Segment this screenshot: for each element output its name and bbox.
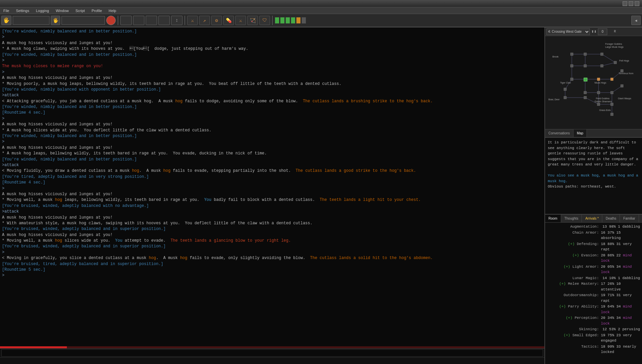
menu-logging[interactable]: Logging xyxy=(34,9,51,13)
action-btn-2[interactable] xyxy=(133,16,144,25)
svg-text:Goblin Shamans: Goblin Shamans xyxy=(595,100,612,103)
stat-value: 14 10% 1 dabbling xyxy=(601,275,640,281)
stats-tabs: Room Thoughts Arrivals * Deaths Familiar xyxy=(545,215,642,223)
game-line: A musk hog hisses viciously and lunges a… xyxy=(2,145,542,151)
stat-label: Tactics: xyxy=(547,344,599,355)
game-line: * With amateurish style, a musk hog claw… xyxy=(2,221,542,226)
game-line: > xyxy=(2,58,542,64)
menu-help[interactable]: Help xyxy=(107,9,118,13)
hand-left-icon[interactable]: 🖐 xyxy=(1,16,11,25)
action-btn-5[interactable]: ↕ xyxy=(171,16,182,25)
svg-rect-42 xyxy=(597,91,600,94)
game-line: [You're bruised, winded, adeptly balance… xyxy=(2,226,542,232)
game-line: [You're winded, nimbly balanced and in b… xyxy=(2,133,542,139)
svg-rect-28 xyxy=(584,53,587,55)
svg-text:Musk Hogs: Musk Hogs xyxy=(595,82,607,84)
game-line: * A musk hog claws, swiping with its hoo… xyxy=(2,46,542,52)
map-location-select[interactable]: 4: Crossing West Gate xyxy=(546,28,590,35)
svg-rect-0 xyxy=(545,37,642,128)
svg-rect-31 xyxy=(570,65,573,67)
menu-script[interactable]: Script xyxy=(74,9,87,13)
svg-rect-36 xyxy=(597,78,600,81)
stat-value: 19 75% 23 very engaged xyxy=(599,333,640,344)
skill-btn-1[interactable]: ⚔ xyxy=(187,16,198,25)
game-panel: [You're winded, nimbly balanced and in b… xyxy=(0,27,545,364)
menu-settings[interactable]: Settings xyxy=(14,9,31,13)
tab-arrivals[interactable]: Arrivals * xyxy=(582,215,602,222)
menu-profile[interactable]: Profile xyxy=(90,9,104,13)
stat-value: 16 37% 15 absorbing xyxy=(599,230,640,241)
skill-btn-4[interactable]: 💊 xyxy=(223,16,234,25)
game-line: [Roundtime 4 sec.] xyxy=(2,110,542,116)
game-line: > xyxy=(2,273,542,278)
skill-btn-5[interactable]: ⚔ xyxy=(235,16,246,25)
tab-map[interactable]: Map xyxy=(573,129,587,137)
room-description-text: It is particularly dark and difficult to… xyxy=(548,140,638,166)
skill-btn-2[interactable]: ↗ xyxy=(199,16,210,25)
separator-2 xyxy=(184,16,185,25)
tab-familiar[interactable]: Familiar xyxy=(620,215,639,222)
game-line: [You're tired, adeptly balanced and in v… xyxy=(2,174,542,180)
input-bottom xyxy=(0,357,544,364)
menu-bar: FileSettingsLoggingWindowScriptProfileHe… xyxy=(0,7,642,14)
game-line: [You're winded, nimbly balanced and in b… xyxy=(2,157,542,162)
svg-rect-33 xyxy=(601,65,603,67)
action-btn-3[interactable] xyxy=(146,16,157,25)
stat-row: (+) Perception:20 34% 34 mind lock xyxy=(547,315,640,326)
left-hand-field[interactable] xyxy=(13,16,49,25)
game-line: [You're winded, nimbly balanced and in b… xyxy=(2,52,542,58)
svg-rect-39 xyxy=(564,88,566,91)
close-button[interactable] xyxy=(635,1,639,6)
game-line: A musk hog hisses viciously and lunges a… xyxy=(2,192,542,197)
expand-button[interactable]: ◀ xyxy=(631,16,641,25)
tab-thoughts[interactable]: Thoughts xyxy=(561,215,582,222)
map-zoom-input[interactable] xyxy=(598,28,607,35)
toolbar-right: ◀ xyxy=(631,16,641,25)
room-section: It is particularly dark and difficult to… xyxy=(545,138,642,215)
menu-window[interactable]: Window xyxy=(54,9,71,13)
tab-deaths[interactable]: Deaths xyxy=(602,215,620,222)
stat-row: Augmentation:13 98% 1 dabbling xyxy=(547,224,640,230)
right-hand-field[interactable] xyxy=(61,16,105,25)
tab-map-label: Map xyxy=(577,131,583,135)
map-svg: Forager Goblins Large Musk Hogs Brook Fe… xyxy=(545,36,642,129)
svg-rect-37 xyxy=(611,78,613,81)
tab-conversations[interactable]: Conversations xyxy=(545,129,573,137)
stat-label: Chain Armor: xyxy=(547,230,599,241)
game-line: * A musk hog slices wide at you. You def… xyxy=(2,128,542,133)
stat-value: 19 71% 31 very rapt xyxy=(599,292,640,304)
command-input[interactable] xyxy=(1,349,543,357)
stat-row: (+) Parry Ability:19 64% 34 mind lock xyxy=(547,304,640,315)
counter-button[interactable] xyxy=(106,16,116,25)
stat-value: 18 99% 33 nearly locked xyxy=(599,344,640,355)
action-btn-4[interactable] xyxy=(158,16,170,25)
svg-text:Brook: Brook xyxy=(552,55,559,58)
action-btn-1[interactable] xyxy=(120,16,132,25)
stat-row: Lunar Magic:14 10% 1 dabbling xyxy=(547,275,640,281)
stat-label: (+) Light Armor: xyxy=(547,264,599,275)
health-bar-5 xyxy=(296,17,301,24)
skill-btn-7[interactable]: 🛡 xyxy=(259,16,270,25)
stat-value: 20 05% 34 mind lock xyxy=(599,264,640,275)
skill-btn-3[interactable]: ⚙ xyxy=(211,16,222,25)
window-controls[interactable] xyxy=(623,1,639,6)
svg-rect-46 xyxy=(597,103,600,106)
svg-rect-43 xyxy=(611,91,613,94)
tab-room[interactable]: Room xyxy=(545,215,561,222)
map-toolbar: 4: Crossing West Gate ⬆⬇ R xyxy=(545,27,642,36)
input-area xyxy=(0,348,544,357)
stat-label: (+) Melee Mastery: xyxy=(547,281,599,292)
stat-row: Outdoorsmanship:19 71% 31 very rapt xyxy=(547,292,640,304)
maximize-button[interactable] xyxy=(629,1,633,6)
tab-conversations-label: Conversations xyxy=(548,131,570,135)
svg-rect-34 xyxy=(570,78,573,81)
game-line: >attack xyxy=(2,209,542,215)
skill-btn-6[interactable]: 🏹 xyxy=(247,16,258,25)
hand-right-icon[interactable]: 🖐 xyxy=(51,16,60,25)
svg-text:Boar, Deer: Boar, Deer xyxy=(548,98,560,101)
game-output[interactable]: [You're winded, nimbly balanced and in b… xyxy=(0,27,544,346)
menu-file[interactable]: File xyxy=(1,9,11,13)
minimize-button[interactable] xyxy=(623,1,627,6)
stat-label: Augmentation: xyxy=(547,224,599,230)
room-you-see: You also see a musk hog, a musk hog and … xyxy=(548,173,638,183)
